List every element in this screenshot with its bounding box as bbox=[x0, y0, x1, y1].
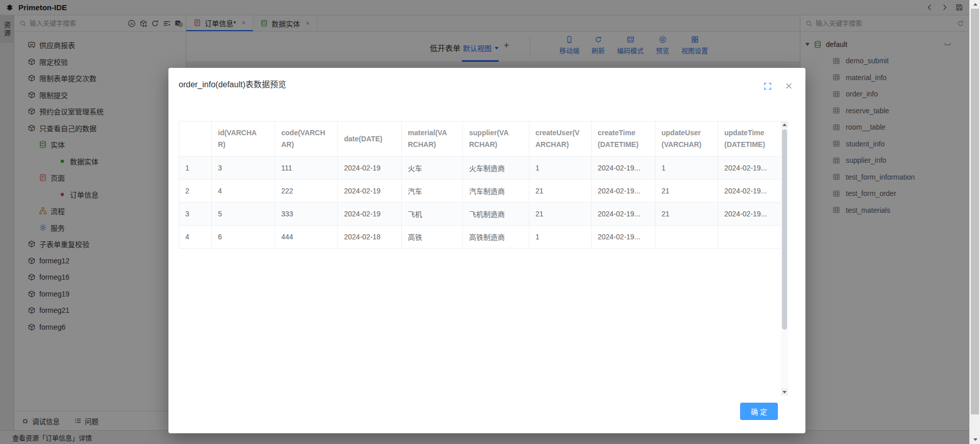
table-row[interactable]: 131112024-02-19火车火车制造商12024-02-19...1202… bbox=[179, 157, 781, 180]
table-cell: 火车 bbox=[402, 157, 463, 180]
table-cell: 2024-02-19... bbox=[718, 203, 781, 226]
table-cell: 2 bbox=[179, 180, 212, 203]
table-cell: 6 bbox=[212, 226, 275, 249]
column-header[interactable]: createUser(V ARCHAR) bbox=[529, 121, 592, 157]
table-row[interactable]: 353332024-02-19飞机飞机制造商212024-02-19...212… bbox=[179, 203, 781, 226]
column-header[interactable]: updateUser (VARCHAR) bbox=[655, 121, 718, 157]
table-cell: 4 bbox=[212, 180, 275, 203]
table-cell: 1 bbox=[529, 226, 592, 249]
table-cell: 3 bbox=[179, 203, 212, 226]
table-cell: 2024-02-19... bbox=[592, 226, 655, 249]
table-cell: 2024-02-19 bbox=[338, 180, 402, 203]
table-cell: 21 bbox=[655, 203, 718, 226]
table-cell: 4 bbox=[179, 226, 212, 249]
table-cell: 333 bbox=[275, 203, 338, 226]
scroll-up-icon[interactable] bbox=[970, 0, 980, 9]
table-cell: 2024-02-19... bbox=[592, 157, 655, 180]
table-scrollbar[interactable] bbox=[781, 121, 788, 396]
column-header[interactable]: id(VARCHA R) bbox=[212, 121, 275, 157]
table-cell: 高铁 bbox=[402, 226, 463, 249]
table-cell: 2024-02-19... bbox=[718, 180, 781, 203]
scrollbar-thumb[interactable] bbox=[971, 9, 979, 414]
column-header[interactable]: code(VARCH AR) bbox=[275, 121, 338, 157]
table-row[interactable]: 242222024-02-19汽车汽车制造商212024-02-19...212… bbox=[179, 180, 781, 203]
table-cell: 21 bbox=[529, 180, 592, 203]
table-cell: 3 bbox=[212, 157, 275, 180]
table-cell: 飞机制造商 bbox=[463, 203, 529, 226]
table-cell: 2024-02-19... bbox=[718, 157, 781, 180]
table-cell: 1 bbox=[529, 157, 592, 180]
app-window: Primeton-IDE 资源 AI文A 供应商报表 bbox=[0, 0, 980, 444]
column-header[interactable] bbox=[179, 121, 212, 157]
table-cell: 5 bbox=[212, 203, 275, 226]
dialog-title: order_info(default)表数据预览 bbox=[179, 78, 286, 90]
table-cell: 1 bbox=[179, 157, 212, 180]
table-cell: 2024-02-19 bbox=[338, 157, 402, 180]
preview-table: id(VARCHA R)code(VARCH AR)date(DATE)mate… bbox=[179, 121, 781, 249]
column-header[interactable]: supplier(VA RCHAR) bbox=[463, 121, 529, 157]
window-scrollbar[interactable] bbox=[969, 0, 980, 444]
preview-table-wrap: id(VARCHA R)code(VARCH AR)date(DATE)mate… bbox=[179, 121, 781, 249]
ok-button[interactable]: 确 定 bbox=[740, 403, 778, 420]
scroll-up-icon[interactable] bbox=[781, 121, 788, 128]
header-row: id(VARCHA R)code(VARCH AR)date(DATE)mate… bbox=[179, 121, 781, 157]
column-header[interactable]: date(DATE) bbox=[338, 121, 402, 157]
scroll-down-icon[interactable] bbox=[970, 435, 980, 444]
table-cell bbox=[718, 226, 781, 249]
table-cell: 2024-02-18 bbox=[338, 226, 402, 249]
fullscreen-icon[interactable] bbox=[764, 82, 772, 90]
table-cell: 汽车 bbox=[402, 180, 463, 203]
scroll-down-icon[interactable] bbox=[781, 388, 788, 396]
table-cell: 444 bbox=[275, 226, 338, 249]
table-cell: 1 bbox=[655, 157, 718, 180]
table-cell: 飞机 bbox=[402, 203, 463, 226]
scrollbar-thumb[interactable] bbox=[782, 129, 787, 330]
table-cell: 111 bbox=[275, 157, 338, 180]
column-header[interactable]: updateTime (DATETIME) bbox=[718, 121, 781, 157]
table-cell: 汽车制造商 bbox=[463, 180, 529, 203]
table-cell: 2024-02-19 bbox=[338, 203, 402, 226]
table-cell: 21 bbox=[529, 203, 592, 226]
column-header[interactable]: createTime (DATETIME) bbox=[592, 121, 655, 157]
close-icon[interactable] bbox=[785, 82, 793, 90]
table-cell: 2024-02-19... bbox=[592, 180, 655, 203]
table-cell: 高铁制造商 bbox=[463, 226, 529, 249]
table-row[interactable]: 464442024-02-18高铁高铁制造商12024-02-19... bbox=[179, 226, 781, 249]
table-cell: 2024-02-19... bbox=[592, 203, 655, 226]
table-cell: 222 bbox=[275, 180, 338, 203]
column-header[interactable]: material(VA RCHAR) bbox=[402, 121, 463, 157]
data-preview-dialog: order_info(default)表数据预览 id(VARCHA R)cod… bbox=[168, 68, 805, 433]
table-cell: 火车制造商 bbox=[463, 157, 529, 180]
table-cell: 21 bbox=[655, 180, 718, 203]
table-cell bbox=[655, 226, 718, 249]
